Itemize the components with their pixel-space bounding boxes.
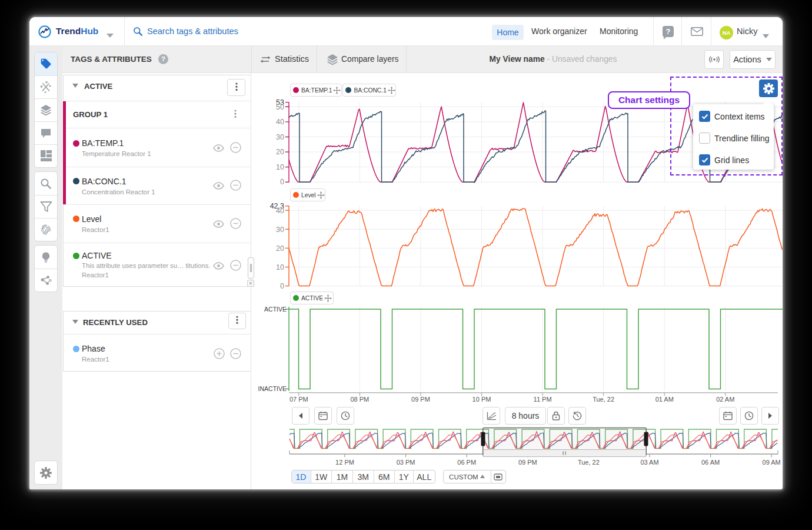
svg-text:01 AM: 01 AM bbox=[655, 396, 674, 403]
svg-text:02 AM: 02 AM bbox=[716, 396, 734, 403]
svg-text:06 PM: 06 PM bbox=[457, 459, 476, 466]
svg-text:40: 40 bbox=[276, 118, 284, 126]
svg-text:40: 40 bbox=[276, 207, 284, 215]
svg-text:08 PM: 08 PM bbox=[350, 396, 369, 403]
svg-text:20: 20 bbox=[276, 244, 284, 253]
svg-text:09 PM: 09 PM bbox=[518, 459, 537, 466]
svg-text:09 AM: 09 AM bbox=[763, 459, 781, 466]
svg-text:50: 50 bbox=[276, 103, 284, 111]
svg-text:30: 30 bbox=[276, 133, 284, 141]
svg-text:Tue, 22: Tue, 22 bbox=[593, 396, 614, 403]
svg-text:30: 30 bbox=[276, 226, 284, 234]
svg-text:10: 10 bbox=[276, 163, 284, 171]
svg-text:10 PM: 10 PM bbox=[472, 396, 491, 403]
svg-text:03 AM: 03 AM bbox=[640, 459, 658, 466]
svg-text:07 PM: 07 PM bbox=[289, 396, 308, 403]
svg-text:0: 0 bbox=[280, 178, 284, 186]
svg-text:10: 10 bbox=[276, 263, 284, 271]
svg-text:11 PM: 11 PM bbox=[534, 396, 552, 403]
svg-text:03 PM: 03 PM bbox=[397, 459, 415, 466]
svg-text:0: 0 bbox=[280, 282, 284, 290]
svg-text:ACTIVE: ACTIVE bbox=[264, 306, 287, 313]
svg-text:20: 20 bbox=[276, 148, 284, 156]
svg-text:12 PM: 12 PM bbox=[335, 459, 354, 466]
svg-text:09 PM: 09 PM bbox=[411, 396, 430, 403]
svg-text:06 AM: 06 AM bbox=[701, 459, 720, 466]
svg-text:INACTIVE: INACTIVE bbox=[258, 385, 287, 392]
svg-text:Tue, 22: Tue, 22 bbox=[578, 459, 600, 466]
